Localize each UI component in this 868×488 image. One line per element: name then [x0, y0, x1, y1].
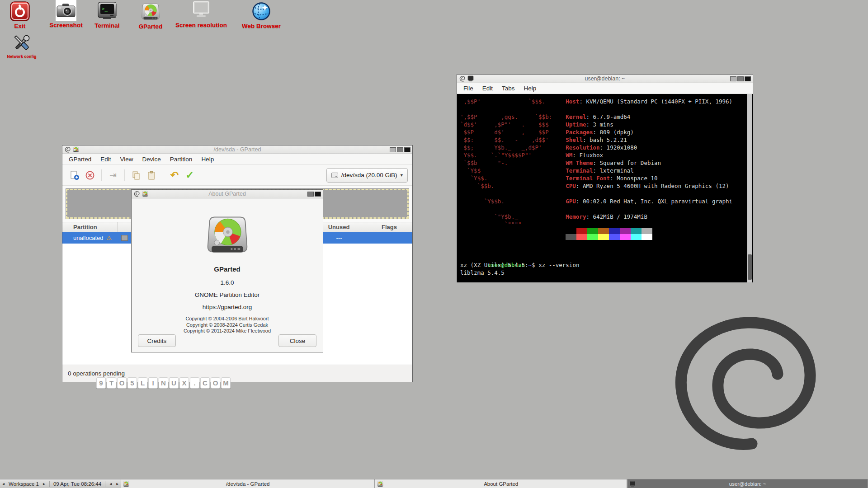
debian-swirl-icon — [459, 75, 466, 82]
svg-text:>_: >_ — [102, 6, 108, 12]
scrollbar-thumb[interactable] — [748, 254, 752, 280]
terminal-mini-icon — [629, 481, 636, 487]
watermark-tile: 5 — [127, 377, 137, 389]
tools-icon — [11, 33, 32, 53]
credits-button[interactable]: Credits — [138, 334, 176, 347]
workspace-label[interactable]: Workspace 1 — [7, 481, 41, 487]
taskbar-separator — [105, 481, 105, 487]
menu-edit[interactable]: Edit — [96, 154, 115, 165]
task-item-gparted[interactable]: /dev/sda - GParted — [121, 479, 375, 488]
terminal-output-line: $$P d$' , $$P Packages: 809 (dpkg) — [460, 128, 745, 136]
maximize-button[interactable] — [397, 147, 403, 152]
paste-partition-button[interactable] — [144, 168, 159, 183]
task-item-terminal[interactable]: user@debian: ~ — [627, 479, 868, 488]
task-item-label: About GParted — [375, 481, 627, 487]
terminal-output-line: `Y$$. Terminal Font: Monospace 10 — [460, 174, 745, 182]
terminal-output-line: xz (XZ Utils) 5.4.5 — [460, 261, 745, 269]
copyright-block: Copyright © 2004-2006 Bart Hakvoort Copy… — [184, 316, 271, 334]
palette-swatch — [631, 228, 642, 234]
warning-icon: ⚠ — [107, 235, 112, 241]
maximize-button[interactable] — [307, 192, 314, 197]
prompt-command: xz --version — [535, 262, 580, 268]
menu-file[interactable]: File — [459, 83, 478, 94]
menu-partition[interactable]: Partition — [165, 154, 197, 165]
column-header-partition[interactable]: Partition — [62, 222, 118, 232]
terminal-output-line: `"""" — [460, 221, 745, 228]
menu-view[interactable]: View — [116, 154, 138, 165]
terminal-output-line — [460, 205, 745, 213]
resize-partition-button[interactable]: ⇥ — [105, 168, 121, 183]
desktop-icon-exit[interactable]: Exit — [6, 1, 33, 29]
app-url[interactable]: https://gparted.org — [203, 304, 252, 310]
column-header-flags[interactable]: Flags — [366, 222, 412, 232]
task-item-label: user@debian: ~ — [627, 481, 868, 487]
about-titlebar[interactable]: About GParted — [132, 190, 323, 198]
menu-device[interactable]: Device — [138, 154, 165, 165]
delete-partition-button[interactable] — [82, 168, 98, 183]
watermark-tile: . — [190, 377, 199, 389]
gparted-app-icon — [206, 214, 249, 256]
close-button[interactable] — [315, 192, 321, 197]
watermark-tile: T — [107, 377, 116, 389]
minimize-button[interactable] — [730, 76, 736, 81]
palette-swatch — [566, 234, 576, 240]
debian-swirl-logo — [668, 315, 817, 451]
watermark-tile: I — [148, 377, 158, 389]
menu-gparted[interactable]: GParted — [64, 154, 96, 165]
watermark-tile: U — [169, 377, 179, 389]
gparted-titlebar[interactable]: /dev/sda - GParted — [62, 145, 412, 154]
minimize-button[interactable] — [390, 147, 396, 152]
copy-partition-button[interactable] — [128, 168, 144, 183]
task-item-about-gparted[interactable]: About GParted — [375, 479, 627, 488]
debian-swirl-icon — [133, 191, 140, 197]
maximize-button[interactable] — [737, 76, 744, 81]
gparted-icon — [140, 1, 161, 22]
undo-button[interactable]: ↶ — [167, 168, 182, 183]
palette-swatch — [642, 228, 652, 234]
palette-swatch — [587, 228, 598, 234]
terminal-output-line: ',$$P ,ggs. `$$b: Kernel: 6.7.9-amd64 — [460, 113, 745, 121]
desktop-icon-label: GParted — [139, 23, 163, 30]
desktop-icon-web-browser[interactable]: Web Browser — [236, 1, 287, 29]
chevron-down-icon: ▾ — [400, 172, 403, 178]
menu-tabs[interactable]: Tabs — [497, 83, 519, 94]
terminal-output-line: Y$$. `.`"Y$$$$P"' WM: Fluxbox — [460, 151, 745, 159]
desktop-icon-gparted[interactable]: GParted — [135, 1, 166, 30]
camera-icon — [56, 0, 76, 21]
close-dialog-button[interactable]: Close — [278, 334, 316, 347]
terminal-output-line: `d$$' ,$P"' . $$$ Uptime: 3 mins — [460, 121, 745, 128]
terminal-titlebar[interactable]: user@debian: ~ — [457, 75, 753, 83]
watermark-tile: L — [138, 377, 147, 389]
palette-swatch — [587, 234, 598, 240]
terminal-scrollbar[interactable] — [747, 94, 752, 282]
window-next-icon[interactable]: ▸ — [114, 481, 121, 486]
device-combo-value: /dev/sda (20.00 GiB) — [341, 172, 397, 178]
workspace-prev-icon[interactable]: ◂ — [0, 481, 7, 486]
menu-help[interactable]: Help — [519, 83, 541, 94]
desktop-icon-screenshot[interactable]: Screenshot — [49, 0, 83, 28]
close-button[interactable] — [404, 147, 410, 152]
desktop-icon-label: Exit — [14, 23, 26, 29]
workspace-next-icon[interactable]: ▸ — [41, 481, 47, 486]
desktop-icon-label: Terminal — [94, 22, 119, 29]
desktop-icon-terminal[interactable]: >_ Terminal — [92, 0, 122, 29]
menu-help[interactable]: Help — [197, 154, 218, 165]
desktop-icon-label: Screen resolution — [175, 22, 227, 28]
new-partition-button[interactable] — [67, 168, 82, 183]
task-item-label: /dev/sda - GParted — [121, 481, 374, 487]
watermark-tile: C — [200, 377, 210, 389]
menu-edit[interactable]: Edit — [478, 83, 497, 94]
palette-swatch — [631, 234, 642, 240]
terminal-content[interactable]: ,$$P' `$$$. Host: KVM/QEMU (Standard PC … — [457, 94, 753, 282]
apply-button[interactable]: ✓ — [182, 168, 198, 183]
terminal-fetch: ,$$P' `$$$. Host: KVM/QEMU (Standard PC … — [460, 98, 745, 228]
desktop-icon-network-config[interactable]: Network config — [4, 33, 40, 59]
device-combo[interactable]: /dev/sda (20.00 GiB) ▾ — [326, 168, 408, 183]
window-prev-icon[interactable]: ◂ — [107, 481, 114, 486]
terminal-palette-row2 — [566, 234, 745, 240]
desktop-icon-screen-resolution[interactable]: Screen resolution — [171, 0, 231, 28]
watermark-tile: O — [117, 377, 127, 389]
close-button[interactable] — [745, 76, 751, 81]
about-gparted-dialog: About GParted GParted 1.6.0 GNOME Partit… — [131, 189, 323, 352]
app-version: 1.6.0 — [220, 279, 234, 286]
